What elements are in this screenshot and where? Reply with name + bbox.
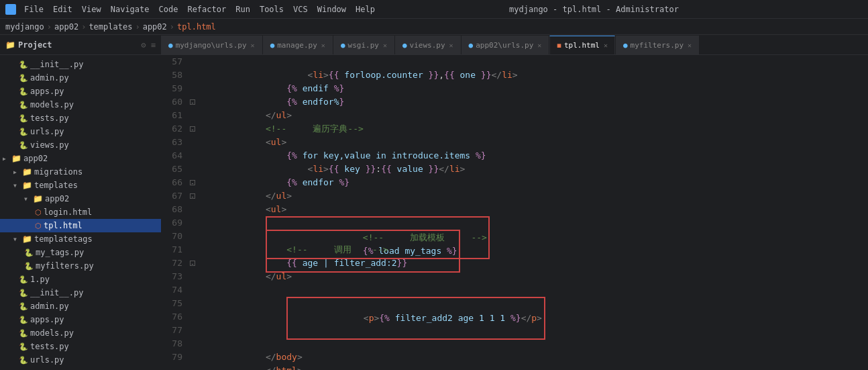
gutter-70 — [188, 230, 197, 243]
code-editor[interactable]: 57 58 59 60 61 62 63 64 65 66 67 68 69 7… — [161, 55, 868, 370]
tree-item-login-html[interactable]: ⬡ login.html — [0, 205, 161, 219]
tree-item-tpl-html[interactable]: ⬡ tpl.html — [0, 219, 161, 232]
tab-close-icon[interactable]: ✕ — [383, 42, 387, 49]
tree-item-1py[interactable]: 🐍 1.py — [0, 273, 161, 286]
menu-edit[interactable]: Edit — [49, 3, 76, 15]
tab-manage-py[interactable]: ● manage.py ✕ — [263, 36, 333, 54]
fold-icon-62: - — [190, 126, 195, 132]
tree-item-tests-py[interactable]: 🐍 tests.py — [0, 111, 161, 125]
breadcrumb-item-2[interactable]: app02 — [54, 22, 78, 32]
tree-item-label: models.py — [30, 100, 74, 109]
gutter-76 — [188, 310, 197, 324]
fold-icon-72: - — [190, 261, 195, 266]
menu-navigate[interactable]: Navigate — [107, 3, 154, 15]
window-title: mydjango - tpl.html - Administrator — [509, 5, 679, 14]
py-file-icon: 🐍 — [19, 101, 28, 109]
gutter-72[interactable]: - — [188, 257, 197, 270]
tree-item-admin2[interactable]: 🐍 admin.py — [0, 299, 161, 313]
tree-item-templatetags[interactable]: ▼ 📁 templatetags — [0, 232, 161, 246]
menu-window[interactable]: Window — [313, 3, 350, 15]
py-file-icon: 🐍 — [19, 316, 28, 324]
gutter-62[interactable]: - — [188, 122, 197, 136]
tab-urls-py[interactable]: ● mydjango\urls.py ✕ — [161, 36, 262, 54]
tree-item-my-tags[interactable]: 🐍 my_tags.py — [0, 246, 161, 259]
tab-close-icon[interactable]: ✕ — [537, 42, 541, 49]
py-file-icon: 🐍 — [19, 74, 28, 83]
content-area: 📁 Project ⚙ ≡ 🐍 __init__.py 🐍 admin.py 🐍… — [0, 35, 868, 370]
code-line-57: <li>{{ forloop.counter }},{{ one }}</li> — [203, 55, 863, 68]
tree-item-admin-py[interactable]: 🐍 admin.py — [0, 71, 161, 85]
tab-label: myfilters.py — [631, 41, 684, 50]
py-file-icon: 🐍 — [19, 87, 28, 96]
menu-refactor[interactable]: Refactor — [183, 3, 230, 15]
py-file-icon: 🐍 — [19, 128, 28, 136]
line-num-65: 65 — [166, 163, 182, 176]
menu-run[interactable]: Run — [231, 3, 254, 15]
line-num-67: 67 — [166, 189, 182, 203]
tab-myfilters-py[interactable]: ● myfilters.py ✕ — [616, 36, 699, 54]
tab-icon-py: ● — [623, 41, 628, 50]
gutter-66[interactable]: - — [188, 176, 197, 189]
tab-views-py[interactable]: ● views.py ✕ — [395, 36, 461, 54]
html-file-icon: ⬡ — [35, 222, 42, 230]
gutter-67[interactable]: - — [188, 189, 197, 203]
breadcrumb-item-3[interactable]: templates — [89, 22, 132, 32]
tab-icon-html: ◼ — [557, 41, 561, 50]
tree-item-models-py[interactable]: 🐍 models.py — [0, 98, 161, 111]
html-file-icon: ⬡ — [35, 208, 42, 217]
tree-item-label: __init__.py — [30, 288, 83, 297]
menu-file[interactable]: File — [20, 3, 48, 15]
tree-item-label: views.py — [30, 140, 69, 150]
tree-item-init-py[interactable]: 🐍 __init__.py — [0, 58, 161, 71]
tab-close-icon[interactable]: ✕ — [604, 42, 608, 49]
menu-help[interactable]: Help — [351, 3, 379, 15]
tree-item-urls2[interactable]: 🐍 urls.py — [0, 353, 161, 367]
tree-item-views-py[interactable]: 🐍 views.py — [0, 138, 161, 152]
menu-bar: File Edit View Navigate Code Refactor Ru… — [20, 3, 379, 15]
tree-item-app02-sub[interactable]: ▼ 📁 app02 — [0, 192, 161, 205]
gutter-60[interactable]: - — [188, 95, 197, 109]
app-wrapper: File Edit View Navigate Code Refactor Ru… — [0, 0, 868, 370]
folder-icon: 📁 — [22, 181, 32, 190]
tree-item-models2[interactable]: 🐍 models.py — [0, 326, 161, 340]
line-num-60: 60 — [166, 95, 182, 109]
gutter-73 — [188, 270, 197, 283]
tree-item-init2[interactable]: 🐍 __init__.py — [0, 286, 161, 299]
code-line-68: <!-- 加载模板 --> — [203, 203, 863, 216]
title-bar-left: File Edit View Navigate Code Refactor Ru… — [5, 3, 379, 15]
tree-item-app02-folder[interactable]: ▶ 📁 app02 — [0, 152, 161, 165]
tab-app02-urls[interactable]: ● app02\urls.py ✕ — [462, 36, 549, 54]
line-num-69: 69 — [166, 216, 182, 230]
tab-label: tpl.html — [564, 41, 600, 50]
gutter-58 — [188, 68, 197, 82]
tab-tpl-html[interactable]: ◼ tpl.html ✕ — [549, 36, 615, 54]
breadcrumb: mydjango › app02 › templates › app02 › t… — [0, 19, 868, 35]
tree-item-apps-py[interactable]: 🐍 apps.py — [0, 85, 161, 98]
tab-close-icon[interactable]: ✕ — [251, 42, 255, 49]
tree-item-migrations[interactable]: ▶ 📁 migrations — [0, 165, 161, 179]
line-num-79: 79 — [166, 351, 182, 364]
gutter-57 — [188, 55, 197, 68]
tree-item-label: app02 — [45, 194, 69, 203]
breadcrumb-item-4[interactable]: app02 — [143, 22, 167, 32]
menu-tools[interactable]: Tools — [256, 3, 288, 15]
breadcrumb-item-5[interactable]: tpl.html — [177, 22, 216, 32]
menu-code[interactable]: Code — [155, 3, 182, 15]
sidebar-options[interactable]: ⚙ ≡ — [141, 40, 156, 50]
tab-wsgi-py[interactable]: ● wsgi.py ✕ — [333, 36, 394, 54]
tab-close-icon[interactable]: ✕ — [321, 42, 325, 49]
tree-item-urls-py[interactable]: 🐍 urls.py — [0, 125, 161, 138]
tree-item-label: urls.py — [30, 355, 64, 365]
tree-item-tests2[interactable]: 🐍 tests.py — [0, 340, 161, 353]
tab-close-icon[interactable]: ✕ — [449, 42, 453, 49]
menu-view[interactable]: View — [78, 3, 105, 15]
fold-icon-67: - — [190, 193, 195, 199]
breadcrumb-item-1[interactable]: mydjango — [5, 22, 44, 32]
tree-item-myfilters[interactable]: 🐍 myfilters.py — [0, 259, 161, 273]
tree-item-apps2[interactable]: 🐍 apps.py — [0, 313, 161, 326]
tree-item-templates[interactable]: ▼ 📁 templates — [0, 179, 161, 192]
py-file-icon: 🐍 — [19, 141, 28, 150]
code-lines[interactable]: <li>{{ forloop.counter }},{{ one }}</li>… — [197, 55, 868, 370]
menu-vcs[interactable]: VCS — [289, 3, 312, 15]
tab-close-icon[interactable]: ✕ — [688, 42, 692, 49]
